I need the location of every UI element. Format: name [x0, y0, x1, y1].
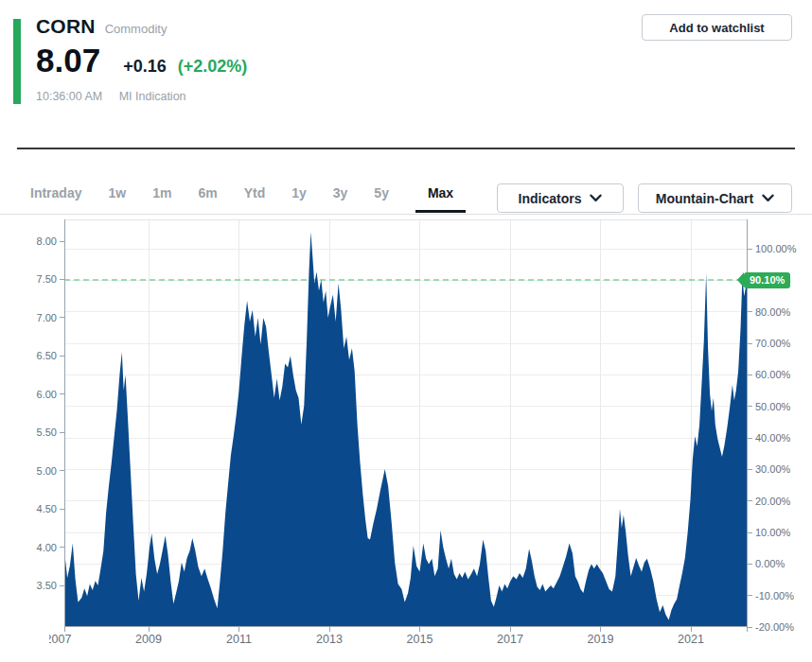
accent-bar — [13, 19, 21, 104]
instrument-type-label: Commodity — [105, 22, 168, 36]
percent-axis-label: 100.00% — [755, 243, 796, 254]
quote-time-row: 10:36:00 AM MI Indication — [36, 90, 186, 103]
percent-axis-label: 0.00% — [755, 558, 785, 569]
tab-6m[interactable]: 6m — [198, 185, 217, 212]
price-source-label: MI Indication — [119, 90, 186, 103]
percent-axis-label: -20.00% — [755, 621, 794, 633]
chevron-down-icon — [590, 194, 602, 202]
symbol-row: CORN Commodity — [36, 15, 167, 38]
percent-axis-label: 20.00% — [755, 496, 790, 507]
percent-axis-label: 70.00% — [755, 338, 790, 349]
price-change-percent: (+2.02%) — [178, 57, 248, 77]
price-axis-label: 3.50 — [37, 580, 57, 591]
percent-axis-label: 10.00% — [755, 527, 790, 538]
percent-axis-label: 30.00% — [755, 463, 790, 475]
indicators-label: Indicators — [519, 191, 582, 206]
quote-timestamp: 10:36:00 AM — [36, 90, 102, 103]
add-to-watchlist-button[interactable]: Add to watchlist — [642, 14, 792, 41]
x-axis-label: 2013 — [316, 633, 343, 646]
area-series-path — [64, 232, 748, 627]
price-axis-label: 6.00 — [37, 389, 57, 400]
x-axis-label: 2019 — [588, 633, 614, 646]
price-row: 8.07 +0.16 (+2.02%) — [36, 42, 247, 79]
x-axis-label: 2017 — [497, 633, 523, 646]
tab-1y[interactable]: 1y — [291, 185, 307, 212]
price-chart: 8.007.507.006.506.005.505.004.504.003.50… — [0, 219, 812, 662]
x-axis-label: 2015 — [407, 633, 433, 646]
price-axis-label: 4.50 — [37, 503, 57, 514]
last-value-badge: 90.10% — [744, 272, 790, 288]
indicators-dropdown[interactable]: Indicators — [497, 183, 624, 213]
price-axis: 8.007.507.006.506.005.505.004.504.003.50 — [0, 219, 57, 662]
chart-canvas[interactable] — [0, 219, 812, 662]
percent-axis-label: 80.00% — [755, 306, 790, 318]
tab-5y[interactable]: 5y — [374, 185, 389, 212]
last-value-badge-label: 90.10% — [750, 274, 785, 286]
x-axis-label: 2011 — [226, 633, 252, 646]
symbol-title: CORN — [36, 15, 96, 38]
add-to-watchlist-label: Add to watchlist — [669, 21, 764, 35]
price-axis-label: 4.00 — [37, 542, 57, 553]
percent-axis-label: 40.00% — [755, 432, 790, 444]
percent-axis-label: 60.00% — [755, 369, 790, 380]
tab-1m[interactable]: 1m — [152, 185, 171, 212]
chevron-down-icon — [762, 194, 774, 202]
price-axis-label: 7.00 — [37, 312, 57, 323]
tab-1w[interactable]: 1w — [108, 185, 126, 212]
tab-ytd[interactable]: Ytd — [244, 185, 266, 212]
price-axis-label: 6.50 — [37, 350, 57, 361]
chart-type-dropdown[interactable]: Mountain-Chart — [638, 183, 792, 213]
tab-3y[interactable]: 3y — [333, 185, 348, 212]
tabbar-underline — [0, 214, 812, 215]
time-axis: 20072009201120132015201720192021 — [49, 633, 812, 650]
tab-intraday[interactable]: Intraday — [30, 185, 81, 212]
last-price: 8.07 — [36, 42, 100, 79]
chart-type-label: Mountain-Chart — [656, 191, 753, 206]
price-axis-label: 8.00 — [37, 235, 57, 247]
header-divider — [17, 148, 795, 149]
percent-axis-label: 50.00% — [755, 401, 790, 412]
price-axis-label: 5.00 — [37, 465, 57, 477]
price-change: +0.16 — [123, 57, 167, 77]
percent-axis-label: -10.00% — [755, 590, 794, 601]
tab-max[interactable]: Max — [415, 185, 466, 213]
x-axis-label: 2007 — [49, 633, 71, 646]
x-axis-label: 2009 — [135, 633, 162, 646]
x-axis-label: 2021 — [678, 633, 704, 646]
price-axis-label: 5.50 — [37, 427, 57, 438]
range-tabs: Intraday1w1m6mYtd1y3y5yMax — [30, 185, 466, 213]
price-axis-label: 7.50 — [37, 273, 57, 285]
